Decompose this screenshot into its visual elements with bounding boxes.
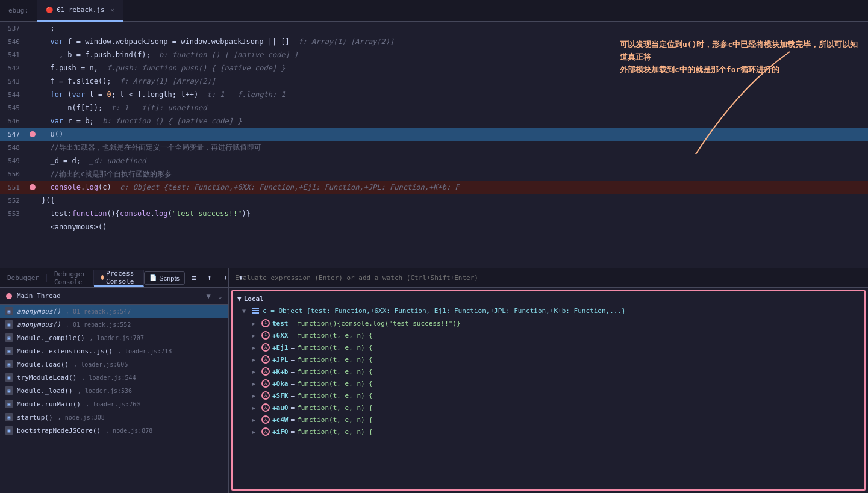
scripts-label: Scripts xyxy=(159,274,180,282)
stack-label-0: anonymous() xyxy=(17,308,61,315)
var-JPL-key: +JPL xyxy=(272,356,289,364)
stack-item-0[interactable]: ▣ anonymous() , 01 reback.js:547 xyxy=(0,305,228,318)
stack-location-0: , 01 reback.js:547 xyxy=(66,308,131,315)
var-row-Kkb[interactable]: ▶ λ +K+b = function(t, e, n) { xyxy=(233,365,864,377)
var-JPL-value: function(t, e, n) { xyxy=(297,356,373,364)
stack-item-3[interactable]: ▣ Module._extensions..js() , loader.js:7… xyxy=(0,344,228,358)
local-section-header[interactable]: ▼ Local xyxy=(233,294,864,304)
stack-location-6: , loader.js:536 xyxy=(78,388,132,394)
stack-icon-6: ▣ xyxy=(5,386,13,395)
local-collapse-arrow: ▼ xyxy=(237,295,242,303)
var-row-auO[interactable]: ▶ λ +auO = function(t, e, n) { xyxy=(233,402,864,414)
var-JPL-icon: λ xyxy=(261,355,270,364)
var-SFK-eq: = xyxy=(291,392,295,400)
tab-debug[interactable]: ebug: xyxy=(0,0,37,22)
var-test-icon: λ xyxy=(261,319,270,327)
tab-process-console-label: Process Console xyxy=(106,270,136,285)
stack-item-1[interactable]: ▣ anonymous() , 01 reback.js:552 xyxy=(0,318,228,331)
var-JPL-eq: = xyxy=(291,356,295,364)
stack-item-2[interactable]: ▣ Module._compile() , loader.js:707 xyxy=(0,331,228,344)
tab-process-console[interactable]: Process Console xyxy=(94,270,144,287)
stack-item-6[interactable]: ▣ Module._load() , loader.js:536 xyxy=(0,384,228,397)
var-auO-eq: = xyxy=(291,404,295,412)
scripts-button[interactable]: 📄 Scripts xyxy=(144,271,185,285)
var-test-value: function(){console.log("test success!!")… xyxy=(297,320,461,327)
var-test-arrow: ▶ xyxy=(252,320,259,327)
toolbar-icon-list[interactable]: ≡ xyxy=(187,271,201,285)
var-c4W-arrow: ▶ xyxy=(252,417,259,423)
var-c4W-value: function(t, e, n) { xyxy=(297,416,373,424)
var-test-eq: = xyxy=(291,320,295,327)
var-Qka-key: +Qka xyxy=(272,380,289,388)
var-row-6XX[interactable]: ▶ λ +6XX = function(t, e, n) { xyxy=(233,329,864,341)
var-iFO-key: +iFO xyxy=(272,428,289,436)
expand-icon[interactable]: ⌄ xyxy=(218,292,222,300)
stack-icon-3: ▣ xyxy=(5,347,13,355)
code-line-550: 550 //输出的c就是那个自执行函数的形参 xyxy=(0,167,868,181)
code-line-537: 537 ; xyxy=(0,22,868,35)
tab-debug-label: ebug: xyxy=(8,7,28,14)
code-line-541: 541 , b = f.push.bind(f); b: function ()… xyxy=(0,48,868,61)
var-iFO-eq: = xyxy=(291,428,295,436)
toolbar-icon-step-out[interactable]: ⬆ xyxy=(234,271,248,285)
eval-input[interactable] xyxy=(235,274,862,282)
thread-bar: Main Thread ▼ ⌄ xyxy=(0,288,228,305)
stack-location-1: , 01 reback.js:552 xyxy=(66,321,131,328)
var-SFK-icon: λ xyxy=(261,391,270,400)
c-object-row[interactable]: ▼ c = Object {test: Function,+6XX: Funct… xyxy=(233,304,864,317)
stack-icon-5: ▣ xyxy=(5,373,13,382)
var-Kkb-value: function(t, e, n) { xyxy=(297,368,373,376)
var-row-Qka[interactable]: ▶ λ +Qka = function(t, e, n) { xyxy=(233,377,864,389)
stack-icon-7: ▣ xyxy=(5,400,13,408)
var-c4W-eq: = xyxy=(291,416,295,424)
stack-location-7: , loader.js:760 xyxy=(86,401,140,408)
code-line-549: 549 _d = d; _d: undefined xyxy=(0,154,868,167)
stack-item-9[interactable]: ▣ bootstrapNodeJSCore() , node.js:878 xyxy=(0,424,228,437)
stack-icon-1: ▣ xyxy=(5,320,13,329)
var-auO-arrow: ▶ xyxy=(252,405,259,411)
stack-label-6: Module._load() xyxy=(17,387,73,395)
var-iFO-arrow: ▶ xyxy=(252,429,259,435)
tab-debugger-console[interactable]: Debugger Console xyxy=(47,270,94,286)
var-row-SFK[interactable]: ▶ λ +SFK = function(t, e, n) { xyxy=(233,389,864,402)
stack-label-7: Module.runMain() xyxy=(17,400,81,408)
var-Kkb-eq: = xyxy=(291,368,295,376)
scripts-icon: 📄 xyxy=(149,274,157,281)
code-line-552: 552 }({ xyxy=(0,194,868,207)
var-row-c4W[interactable]: ▶ λ +c4W = function(t, e, n) { xyxy=(233,414,864,426)
stack-location-4: , loader.js:605 xyxy=(73,361,128,368)
code-line-553: 553 test:function(){console.log("test su… xyxy=(0,207,868,220)
var-row-iFO[interactable]: ▶ λ +iFO = function(t, e, n) { xyxy=(233,426,864,438)
toolbar-icon-step-over[interactable]: ⬆ xyxy=(203,271,216,285)
stack-icon-9: ▣ xyxy=(5,426,13,435)
var-row-test[interactable]: ▶ λ test = function(){console.log("test … xyxy=(233,317,864,329)
stack-icon-4: ▣ xyxy=(5,360,13,368)
code-line-548: 548 //导出加载器，也就是在外面定义一个全局变量，再进行赋值即可 xyxy=(0,141,868,154)
code-editor: 537 ; 540 var f = window.webpackJsonp = … xyxy=(0,22,868,268)
var-SFK-value: function(t, e, n) { xyxy=(297,392,373,400)
tab-debugger[interactable]: Debugger xyxy=(0,274,47,282)
code-line-545: 545 n(f[t]); t: 1 f[t]: undefined xyxy=(0,101,868,114)
tab-reback-close[interactable]: ✕ xyxy=(111,7,114,13)
eval-bar xyxy=(229,268,868,288)
filter-icon[interactable]: ▼ xyxy=(207,292,211,300)
stack-item-8[interactable]: ▣ startup() , node.js:308 xyxy=(0,411,228,424)
call-stack[interactable]: ▣ anonymous() , 01 reback.js:547 ▣ anony… xyxy=(0,305,228,493)
c-expand-arrow: ▼ xyxy=(242,308,249,314)
stack-item-7[interactable]: ▣ Module.runMain() , loader.js:760 xyxy=(0,397,228,411)
code-line-anon: <anonymous>() xyxy=(0,220,868,234)
stack-item-4[interactable]: ▣ Module.load() , loader.js:605 xyxy=(0,358,228,371)
code-line-551: 551 console.log(c) c: Object {test: Func… xyxy=(0,181,868,194)
code-line-544: 544 for (var t = 0; t < f.length; t++) t… xyxy=(0,88,868,101)
var-row-JPL[interactable]: ▶ λ +JPL = function(t, e, n) { xyxy=(233,353,864,365)
var-row-Ej1[interactable]: ▶ λ +Ej1 = function(t, e, n) { xyxy=(233,341,864,353)
var-Ej1-eq: = xyxy=(291,344,295,352)
tab-reback[interactable]: 🔴 01 reback.js ✕ xyxy=(37,0,123,22)
stack-location-3: , loader.js:718 xyxy=(117,348,172,355)
code-lines: 537 ; 540 var f = window.webpackJsonp = … xyxy=(0,22,868,268)
stack-label-8: startup() xyxy=(17,414,53,421)
var-6XX-icon: λ xyxy=(261,331,270,340)
stack-item-5[interactable]: ▣ tryModuleLoad() , loader.js:544 xyxy=(0,371,228,384)
debug-tab-bar: Debugger Debugger Console Process Consol… xyxy=(0,268,228,288)
thread-status-dot xyxy=(6,293,12,299)
